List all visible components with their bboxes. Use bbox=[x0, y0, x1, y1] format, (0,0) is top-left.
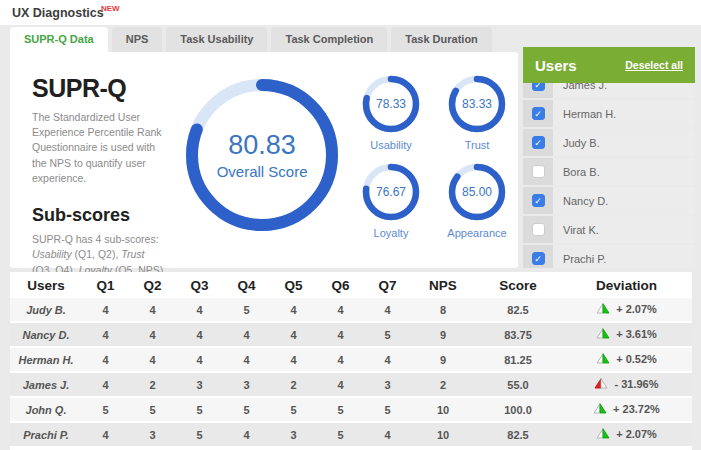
user-checkbox[interactable]: ✓ bbox=[532, 194, 545, 207]
tab-task-completion[interactable]: Task Completion bbox=[271, 27, 387, 52]
user-name: Bora B. bbox=[553, 158, 600, 185]
subscore-value: 78.33 bbox=[362, 75, 420, 133]
tab-task-duration[interactable]: Task Duration bbox=[391, 27, 492, 52]
q5-cell: 2 bbox=[270, 373, 317, 396]
score-cell: 82.5 bbox=[475, 298, 561, 321]
q5-cell: 5 bbox=[270, 398, 317, 421]
q3-cell: 5 bbox=[176, 423, 223, 446]
subscore-label: Appearance bbox=[447, 227, 506, 239]
users-sidebar-title: Users bbox=[535, 57, 577, 74]
q6-cell: 4 bbox=[317, 298, 364, 321]
column-header-q1: Q1 bbox=[82, 274, 129, 296]
subscore-donut-chart: 83.33 bbox=[448, 75, 506, 133]
user-name-cell: Herman H. bbox=[10, 348, 82, 371]
checkbox-cell: ✓ bbox=[523, 100, 553, 127]
score-cell: 55.0 bbox=[475, 373, 561, 396]
user-row-bora-b[interactable]: Bora B. bbox=[523, 158, 695, 185]
q1-cell: 4 bbox=[82, 323, 129, 346]
q5-cell: 4 bbox=[270, 323, 317, 346]
column-header-users: Users bbox=[10, 274, 82, 296]
q3-cell: 5 bbox=[176, 398, 223, 421]
overall-score-label: Overall Score bbox=[217, 163, 308, 180]
user-checkbox[interactable] bbox=[532, 223, 545, 236]
q3-cell: 4 bbox=[176, 323, 223, 346]
table-row-james-j: James J.4233243255.0- 31.96% bbox=[10, 373, 692, 396]
user-name: Herman H. bbox=[553, 100, 616, 127]
checkbox-cell: ✓ bbox=[523, 187, 553, 214]
q7-cell: 3 bbox=[364, 373, 411, 396]
user-checkbox[interactable]: ✓ bbox=[532, 83, 545, 91]
subscore-label: Trust bbox=[465, 139, 490, 151]
deviation-cell: + 0.52% bbox=[561, 348, 692, 371]
new-badge: NEW bbox=[101, 4, 120, 13]
user-row-prachi-p[interactable]: ✓Prachi P. bbox=[523, 245, 695, 268]
column-header-q3: Q3 bbox=[176, 274, 223, 296]
table-row-nancy-d: Nancy D.4444445983.75+ 3.61% bbox=[10, 323, 692, 346]
q5-cell: 4 bbox=[270, 348, 317, 371]
user-row-james-j[interactable]: ✓James J. bbox=[523, 83, 695, 98]
user-checkbox[interactable] bbox=[532, 165, 545, 178]
subscores-title: Sub-scores bbox=[32, 205, 166, 226]
deviation-cell: - 31.96% bbox=[561, 373, 692, 396]
deviation-cell: + 23.72% bbox=[561, 398, 692, 421]
q1-cell: 4 bbox=[82, 348, 129, 371]
user-row-judy-b[interactable]: ✓Judy B. bbox=[523, 129, 695, 156]
deselect-all-link[interactable]: Deselect all bbox=[625, 59, 683, 71]
top-bar: UX Diagnostics NEW bbox=[0, 0, 701, 25]
table-row-judy-b: Judy B.4445444882.5+ 2.07% bbox=[10, 298, 692, 321]
user-checkbox[interactable]: ✓ bbox=[532, 107, 545, 120]
user-row-nancy-d[interactable]: ✓Nancy D. bbox=[523, 187, 695, 214]
user-row-virat-k[interactable]: Virat K. bbox=[523, 216, 695, 243]
subscore-donut-chart: 76.67 bbox=[362, 163, 420, 221]
user-name-cell: James J. bbox=[10, 373, 82, 396]
column-header-score: Score bbox=[475, 274, 561, 296]
panel-text-column: SUPR-Q The Standardized User Experience … bbox=[10, 52, 174, 268]
overall-score-value: 80.83 bbox=[228, 130, 296, 161]
subscore-donut-chart: 85.00 bbox=[448, 163, 506, 221]
subscore-label: Loyalty bbox=[374, 227, 409, 239]
deviation-value: + 0.52% bbox=[616, 353, 657, 365]
q2-cell: 5 bbox=[129, 398, 176, 421]
q2-cell: 4 bbox=[129, 348, 176, 371]
nps-cell: 9 bbox=[411, 348, 475, 371]
q7-cell: 4 bbox=[364, 298, 411, 321]
tab-nps[interactable]: NPS bbox=[112, 27, 163, 52]
subscore-label: Usability bbox=[370, 139, 412, 151]
app-title: UX Diagnostics bbox=[12, 6, 104, 20]
q4-cell: 4 bbox=[223, 323, 270, 346]
subscore-loyalty: 76.67Loyalty bbox=[350, 163, 432, 251]
q7-cell: 5 bbox=[364, 398, 411, 421]
nps-cell: 10 bbox=[411, 423, 475, 446]
score-cell: 81.25 bbox=[475, 348, 561, 371]
subscore-donut-chart: 78.33 bbox=[362, 75, 420, 133]
q2-cell: 3 bbox=[129, 423, 176, 446]
users-sidebar: Users Deselect all ✓James J.✓Herman H.✓J… bbox=[523, 47, 695, 268]
q7-cell: 4 bbox=[364, 348, 411, 371]
checkbox-cell bbox=[523, 216, 553, 243]
deviation-up-icon bbox=[593, 403, 607, 414]
user-checkbox[interactable]: ✓ bbox=[532, 252, 545, 265]
user-checkbox[interactable]: ✓ bbox=[532, 136, 545, 149]
tab-task-usability[interactable]: Task Usability bbox=[166, 27, 267, 52]
panel-title: SUPR-Q bbox=[32, 74, 166, 103]
deviation-up-icon bbox=[596, 353, 610, 364]
user-name: Nancy D. bbox=[553, 187, 608, 214]
subscore-value: 76.67 bbox=[362, 163, 420, 221]
checkbox-cell: ✓ bbox=[523, 129, 553, 156]
q7-cell: 4 bbox=[364, 423, 411, 446]
deviation-cell: + 3.61% bbox=[561, 323, 692, 346]
q6-cell: 4 bbox=[317, 373, 364, 396]
results-table-card: UsersQ1Q2Q3Q4Q5Q6Q7NPSScoreDeviation Jud… bbox=[10, 272, 692, 450]
q1-cell: 4 bbox=[82, 373, 129, 396]
panel-description: The Standardized User Experience Percent… bbox=[32, 110, 166, 186]
subscore-value: 83.33 bbox=[448, 75, 506, 133]
q6-cell: 4 bbox=[317, 348, 364, 371]
deviation-up-icon bbox=[596, 328, 610, 339]
user-name-cell: Prachi P. bbox=[10, 423, 82, 446]
user-row-herman-h[interactable]: ✓Herman H. bbox=[523, 100, 695, 127]
user-name: Judy B. bbox=[553, 129, 600, 156]
table-header-row: UsersQ1Q2Q3Q4Q5Q6Q7NPSScoreDeviation bbox=[10, 274, 692, 296]
tab-supr-q-data[interactable]: SUPR-Q Data bbox=[10, 27, 108, 52]
subscore-value: 85.00 bbox=[448, 163, 506, 221]
q3-cell: 3 bbox=[176, 373, 223, 396]
